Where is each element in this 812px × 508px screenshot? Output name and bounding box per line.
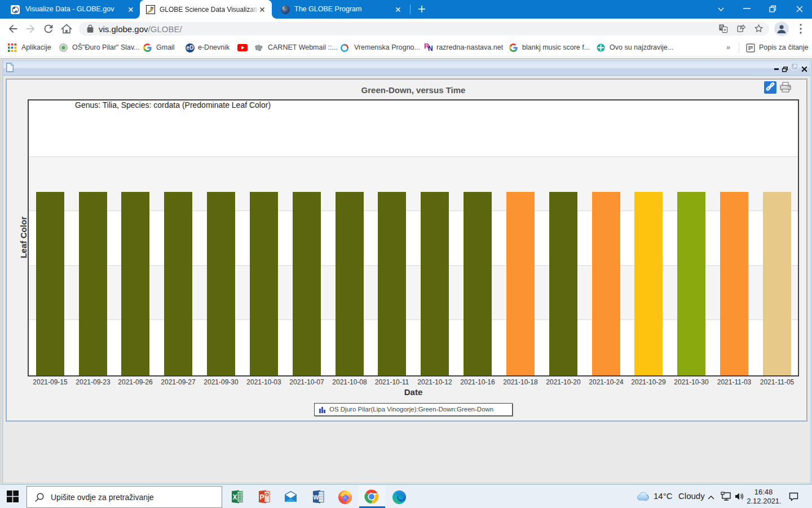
- svg-text:X: X: [232, 493, 237, 501]
- svg-text:P: P: [259, 493, 264, 501]
- svg-text:x: x: [723, 27, 726, 32]
- svg-text:W: W: [314, 494, 319, 501]
